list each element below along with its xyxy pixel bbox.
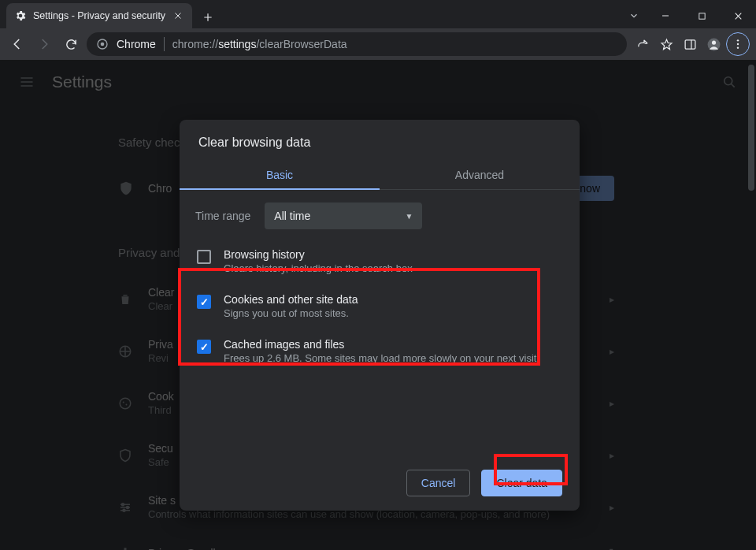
forward-button[interactable] bbox=[33, 33, 55, 55]
separator bbox=[164, 37, 165, 51]
option-subtitle: Clears history, including in the search … bbox=[224, 262, 413, 274]
address-bar[interactable]: Chrome chrome://settings/clearBrowserDat… bbox=[87, 32, 627, 56]
svg-rect-3 bbox=[685, 39, 695, 48]
svg-rect-0 bbox=[699, 13, 704, 18]
option-title: Browsing history bbox=[224, 248, 413, 261]
back-button[interactable] bbox=[6, 33, 28, 55]
maximize-button[interactable] bbox=[684, 3, 720, 28]
site-label: Chrome bbox=[117, 38, 156, 50]
option-cached[interactable]: Cached images and files Frees up 2.6 MB.… bbox=[195, 329, 564, 373]
option-title: Cached images and files bbox=[224, 338, 539, 351]
share-icon[interactable] bbox=[632, 33, 654, 55]
minimize-button[interactable] bbox=[647, 3, 684, 28]
time-range-value: All time bbox=[274, 210, 310, 222]
gear-icon bbox=[14, 9, 27, 22]
dialog-title: Clear browsing data bbox=[180, 120, 580, 161]
option-subtitle: Signs you out of most sites. bbox=[224, 307, 358, 319]
option-title: Cookies and other site data bbox=[224, 293, 358, 306]
checkbox-browsing-history[interactable] bbox=[197, 250, 211, 264]
checkbox-cached[interactable] bbox=[197, 340, 211, 354]
dialog-tabs: Basic Advanced bbox=[180, 161, 580, 190]
time-range-select[interactable]: All time ▼ bbox=[265, 203, 422, 229]
option-cookies[interactable]: Cookies and other site data Signs you ou… bbox=[195, 284, 564, 329]
checkbox-cookies[interactable] bbox=[197, 295, 211, 309]
tab-search-icon[interactable] bbox=[621, 3, 647, 28]
cancel-button[interactable]: Cancel bbox=[406, 470, 471, 496]
tab-basic[interactable]: Basic bbox=[180, 161, 380, 189]
svg-point-7 bbox=[737, 43, 739, 45]
chevron-down-icon: ▼ bbox=[405, 212, 413, 221]
title-bar: Settings - Privacy and security bbox=[0, 0, 756, 28]
sidepanel-icon[interactable] bbox=[679, 33, 701, 55]
svg-point-5 bbox=[711, 40, 715, 44]
tab-title: Settings - Privacy and security bbox=[33, 10, 165, 21]
reload-button[interactable] bbox=[60, 33, 82, 55]
svg-point-8 bbox=[737, 46, 739, 48]
profile-icon[interactable] bbox=[702, 33, 724, 55]
url-text: chrome://settings/clearBrowserData bbox=[172, 38, 347, 50]
clear-data-button[interactable]: Clear data bbox=[481, 470, 562, 496]
window-controls bbox=[621, 3, 756, 28]
close-icon[interactable] bbox=[172, 9, 184, 22]
chrome-icon bbox=[96, 38, 109, 50]
option-browsing-history[interactable]: Browsing history Clears history, includi… bbox=[195, 239, 564, 284]
browser-toolbar: Chrome chrome://settings/clearBrowserDat… bbox=[0, 28, 756, 60]
clear-browsing-data-dialog: Clear browsing data Basic Advanced Time … bbox=[180, 120, 580, 511]
dialog-actions: Cancel Clear data bbox=[180, 455, 580, 500]
new-tab-button[interactable] bbox=[197, 6, 219, 28]
time-range-label: Time range bbox=[195, 210, 250, 222]
browser-tab[interactable]: Settings - Privacy and security bbox=[6, 3, 192, 28]
svg-point-2 bbox=[101, 43, 105, 46]
site-info[interactable]: Chrome bbox=[96, 38, 156, 50]
bookmark-icon[interactable] bbox=[655, 33, 677, 55]
svg-point-6 bbox=[737, 39, 739, 41]
browser-menu-button[interactable] bbox=[726, 32, 750, 56]
close-window-button[interactable] bbox=[720, 3, 756, 28]
tab-advanced[interactable]: Advanced bbox=[380, 161, 580, 189]
option-subtitle: Frees up 2.6 MB. Some sites may load mor… bbox=[224, 352, 539, 364]
time-range-row: Time range All time ▼ bbox=[195, 203, 564, 229]
